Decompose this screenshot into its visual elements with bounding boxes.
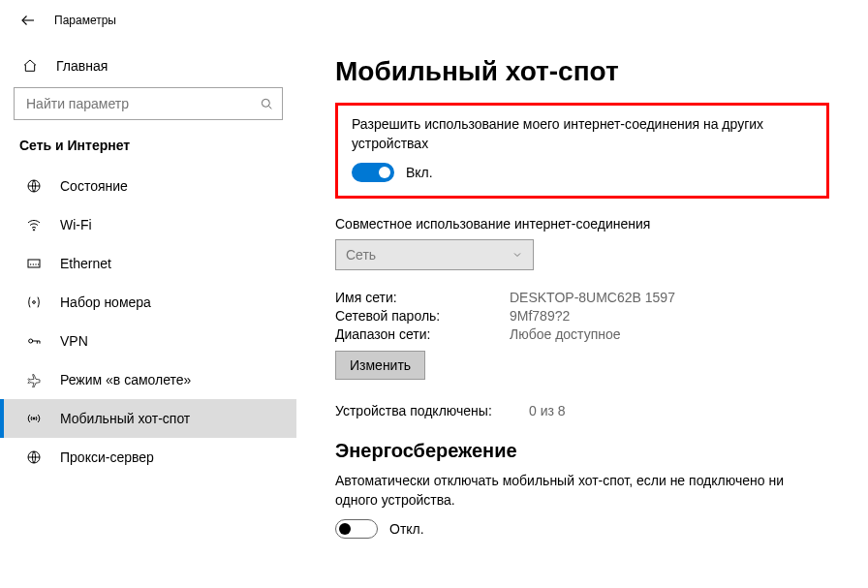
network-band-label: Диапазон сети: <box>335 326 510 342</box>
network-pass-label: Сетевой пароль: <box>335 308 510 324</box>
search-icon <box>259 96 274 111</box>
svg-point-4 <box>33 301 36 304</box>
sharing-dropdown[interactable]: Сеть <box>335 239 534 270</box>
search-input[interactable] <box>24 95 259 112</box>
home-link[interactable]: Главная <box>0 52 296 87</box>
power-title: Энергосбережение <box>335 440 829 462</box>
share-toggle-state: Вкл. <box>406 165 433 180</box>
network-band-value: Любое доступное <box>510 326 621 342</box>
sidebar-item-label: Режим «в самолете» <box>60 372 191 387</box>
search-box[interactable] <box>14 87 283 120</box>
svg-point-5 <box>29 339 33 343</box>
network-name-value: DESKTOP-8UMC62B 1597 <box>510 290 675 305</box>
sidebar-item-proxy[interactable]: Прокси-сервер <box>0 438 296 477</box>
network-pass-value: 9Mf789?2 <box>510 308 570 324</box>
svg-point-0 <box>262 99 269 107</box>
highlight-box: Разрешить использование моего интернет-с… <box>335 103 829 199</box>
share-toggle[interactable] <box>352 163 394 182</box>
vpn-icon <box>23 333 45 349</box>
hotspot-icon <box>23 411 45 426</box>
sidebar-item-vpn[interactable]: VPN <box>0 322 296 360</box>
edit-button[interactable]: Изменить <box>335 351 425 380</box>
main-content: Мобильный хот-спот Разрешить использован… <box>296 35 868 588</box>
airplane-icon <box>23 372 45 387</box>
sidebar-item-label: Мобильный хот-спот <box>60 411 190 426</box>
sidebar-item-label: Набор номера <box>60 294 151 310</box>
proxy-icon <box>23 449 45 465</box>
svg-point-6 <box>33 418 35 419</box>
window-title: Параметры <box>54 14 116 27</box>
sidebar-item-dialup[interactable]: Набор номера <box>0 283 296 322</box>
dialup-icon <box>23 294 45 310</box>
svg-point-2 <box>33 230 34 231</box>
sidebar-item-label: Состояние <box>60 178 128 194</box>
category-label: Сеть и Интернет <box>0 138 296 167</box>
wifi-icon <box>23 217 45 232</box>
svg-rect-3 <box>28 260 40 267</box>
chevron-down-icon <box>512 249 523 261</box>
sharing-label: Совместное использование интернет-соедин… <box>335 216 829 232</box>
power-toggle[interactable] <box>335 519 378 539</box>
devices-label: Устройства подключены: <box>335 403 529 418</box>
sidebar-item-label: VPN <box>60 333 88 349</box>
page-title: Мобильный хот-спот <box>335 56 829 87</box>
sidebar: Главная Сеть и Интернет Состояние Wi-Fi <box>0 35 296 588</box>
sidebar-item-label: Прокси-сервер <box>60 449 154 465</box>
back-button[interactable] <box>19 12 37 29</box>
sidebar-item-status[interactable]: Состояние <box>0 167 296 205</box>
sidebar-item-ethernet[interactable]: Ethernet <box>0 244 296 283</box>
dropdown-value: Сеть <box>346 247 376 263</box>
nav-list: Состояние Wi-Fi Ethernet Набор номера <box>0 167 296 477</box>
power-description: Автоматически отключать мобильный хот-сп… <box>335 472 829 510</box>
network-name-label: Имя сети: <box>335 290 510 305</box>
share-description: Разрешить использование моего интернет-с… <box>352 115 813 153</box>
sidebar-item-hotspot[interactable]: Мобильный хот-спот <box>0 399 296 438</box>
sidebar-item-label: Wi-Fi <box>60 217 92 232</box>
sidebar-item-airplane[interactable]: Режим «в самолете» <box>0 360 296 399</box>
home-icon <box>19 58 41 74</box>
ethernet-icon <box>23 256 45 271</box>
power-toggle-state: Откл. <box>389 521 424 537</box>
sidebar-item-label: Ethernet <box>60 256 111 271</box>
status-icon <box>23 178 45 194</box>
sidebar-item-wifi[interactable]: Wi-Fi <box>0 205 296 244</box>
home-label: Главная <box>56 58 108 74</box>
devices-value: 0 из 8 <box>529 403 566 418</box>
